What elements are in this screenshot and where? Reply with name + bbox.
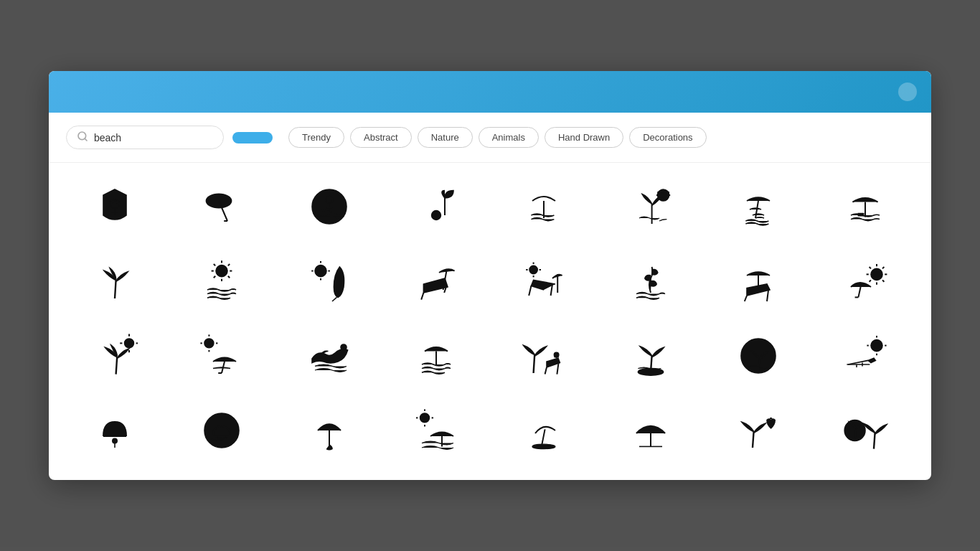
filter-tags: TrendyAbstractNatureAnimalsHand DrawnDec… <box>288 127 707 148</box>
beach-badge-icon[interactable] <box>66 174 164 239</box>
beach-sun-waves-icon[interactable] <box>174 249 271 314</box>
umbrella-chair-waves-icon[interactable] <box>710 174 807 239</box>
filter-tag-animals[interactable]: Animals <box>479 127 539 148</box>
filter-tag-trendy[interactable]: Trendy <box>288 127 344 148</box>
svg-point-92 <box>113 438 117 443</box>
svg-line-27 <box>228 276 230 278</box>
modal-header <box>49 71 931 113</box>
palm-tree-umbrella-icon[interactable] <box>66 249 164 314</box>
modal-toolbar: TrendyAbstractNatureAnimalsHand DrawnDec… <box>49 113 931 163</box>
svg-line-77 <box>545 367 546 375</box>
search-icon <box>77 131 88 144</box>
palm-heart-icon[interactable] <box>710 398 807 463</box>
search-input[interactable] <box>94 132 209 143</box>
search-wrapper <box>66 126 224 149</box>
svg-line-60 <box>882 267 884 268</box>
palm-circle-icon[interactable] <box>817 398 915 463</box>
palm-sun-bird-icon[interactable] <box>603 174 700 239</box>
svg-point-9 <box>326 197 333 204</box>
svg-line-109 <box>874 433 875 448</box>
svg-point-74 <box>341 344 347 350</box>
beach-circle-hut-icon[interactable] <box>174 398 271 463</box>
umbrella-arc-icon[interactable] <box>603 398 700 463</box>
beach-umbrella-tilted-icon[interactable] <box>174 174 271 239</box>
beach-circle-scene-icon[interactable] <box>710 324 807 388</box>
surf-wave-scene-icon[interactable] <box>281 324 378 388</box>
sun-chair-umbrella-icon[interactable] <box>495 249 593 314</box>
umbrella-sun-minimal-icon[interactable] <box>817 249 915 314</box>
close-button[interactable] <box>898 83 917 101</box>
svg-line-50 <box>859 287 861 297</box>
filter-tag-hand-drawn[interactable]: Hand Drawn <box>545 127 623 148</box>
palm-chair-scene-icon[interactable] <box>495 324 593 388</box>
beach-umbrella-waves2-icon[interactable] <box>388 324 486 388</box>
modal-body[interactable] <box>49 163 931 480</box>
svg-line-61 <box>116 357 117 375</box>
svg-point-67 <box>204 339 214 348</box>
sun-surfboard-icon[interactable] <box>281 249 378 314</box>
lounger-umbrella-icon[interactable] <box>710 249 807 314</box>
svg-point-83 <box>639 369 664 376</box>
svg-line-37 <box>421 293 423 300</box>
seaweed-waves-icon[interactable] <box>603 249 700 314</box>
beach-umbrella-waves-icon[interactable] <box>495 174 593 239</box>
svg-line-58 <box>882 280 884 281</box>
filter-tag-decorations[interactable]: Decorations <box>629 127 706 148</box>
svg-line-29 <box>228 264 230 265</box>
replace-icon-modal: TrendyAbstractNatureAnimalsHand DrawnDec… <box>49 71 931 480</box>
svg-point-39 <box>529 265 537 273</box>
beach-umbrella-ball-icon[interactable] <box>388 174 486 239</box>
svg-line-1 <box>85 138 87 141</box>
filter-tag-abstract[interactable]: Abstract <box>350 127 412 148</box>
svg-line-26 <box>214 264 215 265</box>
filter-tag-nature[interactable]: Nature <box>418 127 473 148</box>
svg-point-52 <box>871 268 882 280</box>
beach-dome-icon[interactable] <box>66 398 164 463</box>
sun-umbrella-person-icon[interactable] <box>174 324 271 388</box>
svg-line-48 <box>745 296 747 301</box>
svg-point-62 <box>124 339 133 348</box>
modal-overlay: TrendyAbstractNatureAnimalsHand DrawnDec… <box>0 0 980 551</box>
svg-line-28 <box>214 276 215 278</box>
svg-point-30 <box>315 265 326 277</box>
svg-line-20 <box>115 280 116 298</box>
svg-point-98 <box>420 413 430 423</box>
beach-umbrella-simple-icon[interactable] <box>495 398 593 463</box>
svg-line-76 <box>533 354 534 373</box>
svg-point-21 <box>216 265 227 277</box>
svg-line-44 <box>529 286 531 296</box>
palm-island-icon[interactable] <box>603 324 700 388</box>
icon-grid <box>66 174 914 463</box>
svg-point-86 <box>871 340 882 352</box>
umbrella-water-scene-icon[interactable] <box>817 174 915 239</box>
sun-umbrella-waves-icon[interactable] <box>388 398 486 463</box>
svg-line-57 <box>870 267 871 268</box>
svg-point-105 <box>532 444 555 448</box>
plane-sun-icon[interactable] <box>817 324 915 388</box>
beach-circle-waves-icon[interactable] <box>281 174 378 239</box>
search-button[interactable] <box>232 132 273 143</box>
svg-line-59 <box>870 280 871 281</box>
umbrella-open-icon[interactable] <box>281 398 378 463</box>
svg-line-108 <box>753 432 754 448</box>
svg-point-17 <box>658 189 669 201</box>
svg-line-35 <box>332 297 336 301</box>
umbrella-lounger-icon[interactable] <box>388 249 486 314</box>
palm-sun-icon[interactable] <box>66 324 164 388</box>
